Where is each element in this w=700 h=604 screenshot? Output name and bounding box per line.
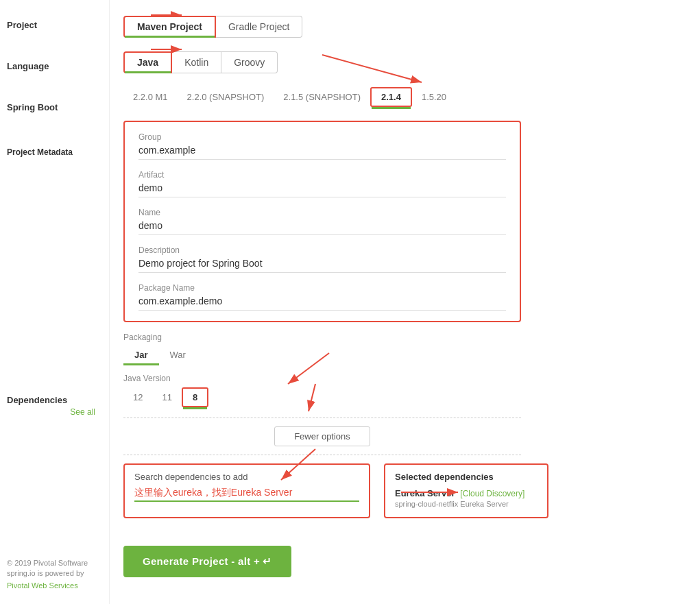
sidebar-label-dependencies: Dependencies (7, 395, 74, 405)
version-220m1-btn[interactable]: 2.2.0 M1 (123, 88, 178, 106)
name-label: Name (138, 208, 506, 217)
dependencies-search-box: Search dependencies to add (123, 463, 370, 518)
group-field: Group com.example (138, 132, 506, 160)
version-220snap-btn[interactable]: 2.2.0 (SNAPSHOT) (178, 88, 274, 106)
language-row: Java Kotlin Groovy (123, 51, 686, 73)
group-label: Group (138, 132, 506, 142)
package-field: Package Name com.example.demo (138, 283, 506, 311)
java-btn[interactable]: Java (123, 51, 172, 73)
group-value[interactable]: com.example (138, 145, 506, 160)
fewer-options-btn[interactable]: Fewer options (274, 426, 370, 446)
footer-line1: © 2019 Pivotal Software (7, 559, 102, 567)
generate-btn-container: Generate Project - alt + ↵ (123, 535, 686, 577)
dep-item-sub: spring-cloud-netflix Eureka Server (395, 500, 538, 508)
artifact-value[interactable]: demo (138, 182, 506, 197)
metadata-box: Group com.example Artifact demo Name dem… (123, 121, 521, 322)
java-version-group: 12 11 8 (123, 387, 686, 407)
version-group: 2.2.0 M1 2.2.0 (SNAPSHOT) 2.1.5 (SNAPSHO… (123, 87, 456, 107)
sidebar-label-metadata: Project Metadata (7, 147, 80, 157)
project-row: Maven Project Gradle Project (123, 16, 686, 38)
generate-btn[interactable]: Generate Project - alt + ↵ (123, 546, 291, 577)
sidebar-see-all-link[interactable]: See all (7, 407, 102, 417)
kotlin-btn[interactable]: Kotlin (172, 51, 221, 73)
artifact-field: Artifact demo (138, 170, 506, 197)
packaging-label: Packaging (123, 333, 686, 342)
dep-selected-title: Selected dependencies (395, 472, 538, 482)
name-field: Name demo (138, 208, 506, 235)
description-value[interactable]: Demo project for Spring Boot (138, 258, 506, 273)
java11-btn[interactable]: 11 (152, 389, 181, 406)
project-option-group: Maven Project Gradle Project (123, 16, 302, 38)
sidebar-label-project: Project (7, 20, 44, 30)
dep-item-name: Eureka Server (395, 488, 455, 498)
artifact-label: Artifact (138, 170, 506, 180)
packaging-row: Packaging Jar War (123, 333, 686, 363)
java12-btn[interactable]: 12 (123, 389, 152, 406)
dep-item: Eureka Server [Cloud Discovery] spring-c… (395, 487, 538, 508)
sidebar-label-springboot: Spring Boot (7, 102, 64, 112)
description-label: Description (138, 245, 506, 255)
description-field: Description Demo project for Spring Boot (138, 245, 506, 273)
java8-btn[interactable]: 8 (182, 387, 208, 407)
footer-link[interactable]: Pivotal Web Services (7, 581, 78, 590)
divider1 (123, 418, 521, 418)
dependencies-section: Search dependencies to add Selected depe… (123, 463, 638, 518)
java-version-label: Java Version (123, 374, 686, 383)
language-option-group: Java Kotlin Groovy (123, 51, 278, 73)
dep-search-label: Search dependencies to add (134, 472, 359, 482)
package-label: Package Name (138, 283, 506, 293)
springboot-version-row: 2.2.0 M1 2.2.0 (SNAPSHOT) 2.1.5 (SNAPSHO… (123, 87, 686, 107)
sidebar-label-language: Language (7, 61, 56, 71)
version-1520-btn[interactable]: 1.5.20 (412, 88, 456, 106)
gradle-project-btn[interactable]: Gradle Project (216, 16, 302, 38)
war-btn[interactable]: War (159, 346, 197, 363)
groovy-btn[interactable]: Groovy (221, 51, 278, 73)
name-value[interactable]: demo (138, 220, 506, 235)
java-version-row: Java Version 12 11 8 (123, 374, 686, 407)
sidebar: Project Language Spring Boot Project Met… (0, 0, 110, 604)
divider2 (123, 455, 521, 455)
dep-search-input[interactable] (134, 487, 359, 498)
dep-search-input-row (134, 487, 359, 502)
fewer-options-container: Fewer options (123, 426, 521, 446)
main-content: Maven Project Gradle Project Java Kotlin… (110, 0, 700, 604)
jar-btn[interactable]: Jar (123, 346, 159, 363)
dep-item-tag: [Cloud Discovery] (460, 489, 524, 498)
packaging-group: Jar War (123, 346, 686, 363)
version-215snap-btn[interactable]: 2.1.5 (SNAPSHOT) (274, 88, 370, 106)
footer-line2: spring.io is powered by (7, 569, 102, 577)
maven-project-btn[interactable]: Maven Project (123, 16, 216, 38)
package-value[interactable]: com.example.demo (138, 295, 506, 311)
version-214-btn[interactable]: 2.1.4 (370, 87, 412, 107)
dependencies-selected-box: Selected dependencies Eureka Server [Clo… (384, 463, 548, 518)
